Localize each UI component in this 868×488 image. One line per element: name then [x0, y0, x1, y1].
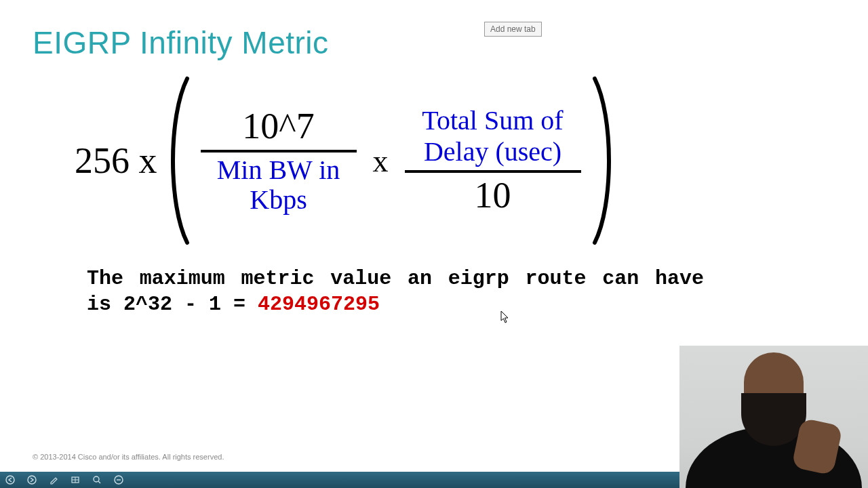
slide-title: EIGRP Infinity Metric	[33, 24, 329, 61]
zoom-icon[interactable]	[92, 475, 102, 485]
add-new-tab-button[interactable]: Add new tab	[484, 22, 542, 37]
formula-multiplier: 256 x	[75, 140, 163, 182]
left-paren-icon	[163, 76, 194, 245]
frac2-numerator: Total Sum of Delay (usec)	[418, 102, 567, 170]
fraction-delay: Total Sum of Delay (usec) 10	[398, 102, 588, 218]
formula-times: x	[363, 143, 398, 179]
statement-prefix: The maximum metric value an eigrp route …	[87, 267, 704, 316]
copyright-text: © 2013-2014 Cisco and/or its affiliates.…	[33, 453, 224, 461]
svg-point-1	[28, 476, 36, 484]
frac2-num-line1: Total Sum of	[422, 105, 563, 136]
svg-point-5	[94, 476, 99, 482]
statement-text: The maximum metric value an eigrp route …	[87, 266, 704, 318]
more-options-icon[interactable]	[114, 475, 123, 485]
frac1-den-line1: Min BW in	[217, 155, 340, 185]
svg-line-6	[98, 481, 100, 483]
slide-canvas: EIGRP Infinity Metric Add new tab 256 x …	[0, 0, 868, 488]
pen-tool-icon[interactable]	[49, 475, 58, 485]
next-slide-icon[interactable]	[27, 475, 37, 485]
formula-row: 256 x 10^7 Min BW in Kbps x Total Sum of…	[75, 76, 644, 245]
fraction-bandwidth: 10^7 Min BW in Kbps	[194, 104, 363, 217]
formula-block: 256 x 10^7 Min BW in Kbps x Total Sum of…	[75, 76, 644, 245]
prev-slide-icon[interactable]	[5, 475, 15, 485]
webcam-thumbnail	[679, 346, 868, 488]
frac1-denominator: Min BW in Kbps	[213, 152, 344, 218]
frac1-den-line2: Kbps	[250, 184, 307, 215]
frac2-denominator: 10	[471, 173, 515, 218]
show-all-slides-icon[interactable]	[71, 475, 80, 485]
statement-value: 4294967295	[258, 293, 380, 316]
frac1-numerator: 10^7	[238, 104, 318, 149]
right-paren-icon	[588, 76, 619, 245]
frac2-num-line2: Delay (usec)	[424, 136, 561, 167]
svg-point-0	[6, 476, 14, 484]
